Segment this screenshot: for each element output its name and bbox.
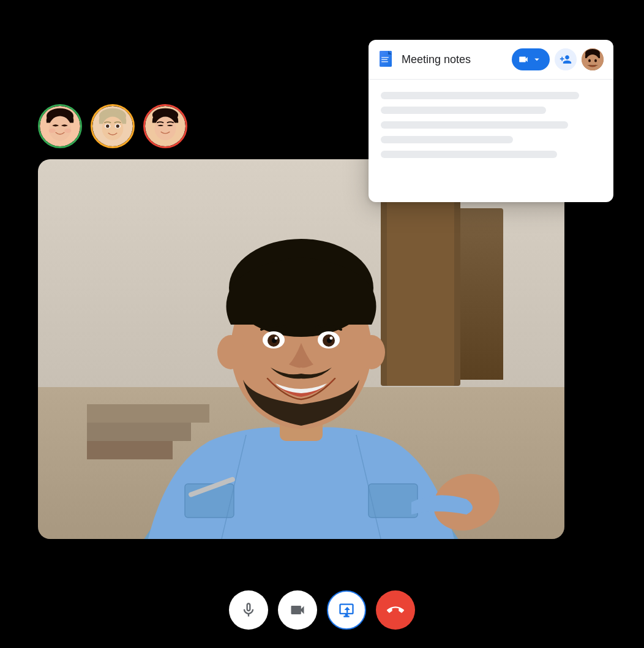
meeting-notes-panel: Meeting notes [369,40,613,202]
panel-title: Meeting notes [402,53,506,66]
end-call-button[interactable] [376,590,415,630]
user-avatar-button[interactable] [582,48,604,70]
avatar-face-2 [92,106,133,146]
present-icon [338,601,355,619]
user-avatar-face [582,48,604,70]
avatar-face-1 [40,106,80,146]
svg-point-48 [588,59,591,62]
svg-point-34 [106,124,110,128]
svg-point-16 [275,337,278,340]
svg-point-27 [49,116,72,141]
mic-icon [240,601,257,619]
text-line-4 [381,136,513,143]
avatar-face-3 [145,106,185,146]
svg-point-32 [102,116,124,140]
chevron-down-icon [531,54,542,65]
svg-point-22 [358,335,385,369]
mic-button[interactable] [229,590,268,630]
camera-button[interactable] [278,590,317,630]
svg-rect-3 [87,423,191,441]
svg-rect-43 [381,59,388,61]
svg-point-20 [330,337,333,340]
participant-avatar-3[interactable] [143,104,187,148]
svg-point-28 [49,129,56,133]
person-in-video [87,159,515,539]
scene: Meeting notes [0,0,644,648]
panel-header: Meeting notes [369,40,613,80]
add-person-button[interactable] [555,48,577,70]
svg-point-36 [116,124,120,128]
text-line-5 [381,151,557,158]
text-line-1 [381,92,579,99]
participant-avatar-2[interactable] [91,104,135,148]
video-container [38,159,564,539]
docs-icon [378,51,395,68]
participant-avatar-1[interactable] [38,104,82,148]
present-button[interactable] [327,590,366,630]
end-call-icon [387,601,404,619]
svg-rect-4 [87,441,173,459]
person-add-icon [560,53,572,66]
video-icon [518,54,529,65]
panel-actions [512,48,604,70]
video-meet-button[interactable] [512,48,550,70]
svg-point-21 [217,335,244,369]
panel-content [369,80,613,202]
svg-rect-7 [369,484,417,518]
svg-rect-2 [87,404,209,423]
text-line-2 [381,107,546,114]
svg-point-49 [594,59,597,62]
svg-point-39 [155,116,176,140]
participants-row [38,104,187,148]
svg-rect-42 [381,57,389,58]
svg-rect-44 [381,61,388,62]
text-line-3 [381,121,568,129]
svg-point-29 [64,129,71,133]
camera-icon [289,601,306,619]
svg-rect-1 [387,196,454,386]
control-bar [229,590,415,630]
